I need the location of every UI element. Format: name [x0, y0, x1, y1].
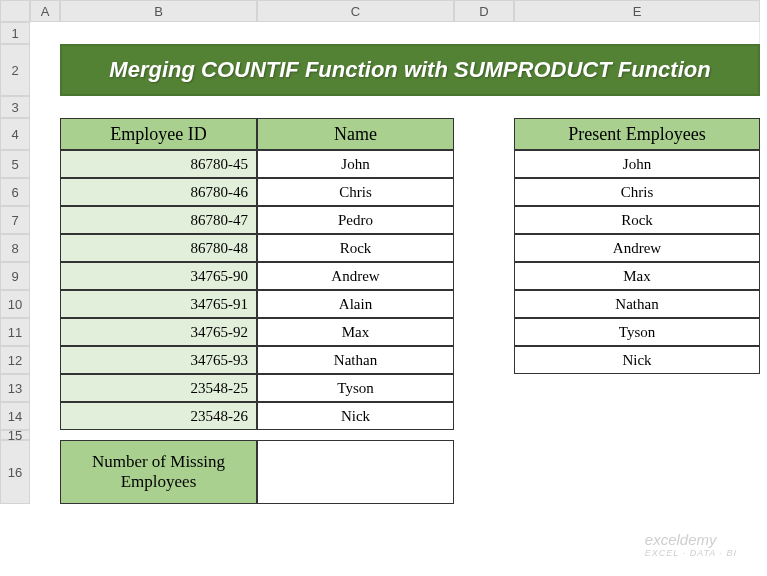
- cell-e14[interactable]: [514, 402, 760, 430]
- cell-employee-name[interactable]: Nathan: [257, 346, 454, 374]
- col-header-d[interactable]: D: [454, 0, 514, 22]
- row-header-10[interactable]: 10: [0, 290, 30, 318]
- row-header-3[interactable]: 3: [0, 96, 30, 118]
- cell-a16[interactable]: [30, 440, 60, 504]
- cell-a4[interactable]: [30, 118, 60, 150]
- cell-employee-id[interactable]: 34765-92: [60, 318, 257, 346]
- cell-employee-name[interactable]: Tyson: [257, 374, 454, 402]
- cell-employee-id[interactable]: 34765-91: [60, 290, 257, 318]
- cell-a12[interactable]: [30, 346, 60, 374]
- cell-a7[interactable]: [30, 206, 60, 234]
- row-header-9[interactable]: 9: [0, 262, 30, 290]
- cell-employee-id[interactable]: 86780-48: [60, 234, 257, 262]
- cell-a2[interactable]: [30, 44, 60, 96]
- row-header-11[interactable]: 11: [0, 318, 30, 346]
- watermark-main: exceldemy: [645, 531, 717, 548]
- cell-present-employee[interactable]: Max: [514, 262, 760, 290]
- cell-a10[interactable]: [30, 290, 60, 318]
- col-header-e[interactable]: E: [514, 0, 760, 22]
- cell-present-employee[interactable]: Tyson: [514, 318, 760, 346]
- cell-employee-id[interactable]: 34765-90: [60, 262, 257, 290]
- cell-a6[interactable]: [30, 178, 60, 206]
- cell-present-employee[interactable]: Andrew: [514, 234, 760, 262]
- row-header-14[interactable]: 14: [0, 402, 30, 430]
- cell-a11[interactable]: [30, 318, 60, 346]
- cell-employee-name[interactable]: Andrew: [257, 262, 454, 290]
- cell-employee-id[interactable]: 86780-46: [60, 178, 257, 206]
- cell-d9[interactable]: [454, 262, 514, 290]
- cell-d12[interactable]: [454, 346, 514, 374]
- cell-e16[interactable]: [514, 440, 760, 504]
- cell-d7[interactable]: [454, 206, 514, 234]
- row-header-5[interactable]: 5: [0, 150, 30, 178]
- cell-employee-name[interactable]: Max: [257, 318, 454, 346]
- row-header-7[interactable]: 7: [0, 206, 30, 234]
- watermark-sub: EXCEL · DATA · BI: [645, 548, 737, 558]
- cell-a9[interactable]: [30, 262, 60, 290]
- col-header-a[interactable]: A: [30, 0, 60, 22]
- cell-d6[interactable]: [454, 178, 514, 206]
- cell-employee-name[interactable]: John: [257, 150, 454, 178]
- cell-d10[interactable]: [454, 290, 514, 318]
- cell-employee-name[interactable]: Pedro: [257, 206, 454, 234]
- cell-e13[interactable]: [514, 374, 760, 402]
- cell-employee-id[interactable]: 86780-45: [60, 150, 257, 178]
- cell-a5[interactable]: [30, 150, 60, 178]
- col-header-b[interactable]: B: [60, 0, 257, 22]
- row-header-16[interactable]: 16: [0, 440, 30, 504]
- page-title: Merging COUNTIF Function with SUMPRODUCT…: [60, 44, 760, 96]
- corner-cell: [0, 0, 30, 22]
- missing-employees-value[interactable]: [257, 440, 454, 504]
- cell-row-3[interactable]: [30, 96, 760, 118]
- row-header-1[interactable]: 1: [0, 22, 30, 44]
- row-header-4[interactable]: 4: [0, 118, 30, 150]
- cell-d14[interactable]: [454, 402, 514, 430]
- row-header-15[interactable]: 15: [0, 430, 30, 440]
- cell-a14[interactable]: [30, 402, 60, 430]
- cell-employee-name[interactable]: Rock: [257, 234, 454, 262]
- cell-employee-name[interactable]: Nick: [257, 402, 454, 430]
- row-header-12[interactable]: 12: [0, 346, 30, 374]
- cell-a8[interactable]: [30, 234, 60, 262]
- cell-employee-name[interactable]: Chris: [257, 178, 454, 206]
- cell-d11[interactable]: [454, 318, 514, 346]
- cell-row-1[interactable]: [30, 22, 760, 44]
- row-header-6[interactable]: 6: [0, 178, 30, 206]
- cell-d4[interactable]: [454, 118, 514, 150]
- cell-employee-id[interactable]: 86780-47: [60, 206, 257, 234]
- cell-present-employee[interactable]: Rock: [514, 206, 760, 234]
- cell-d16[interactable]: [454, 440, 514, 504]
- watermark: exceldemy EXCEL · DATA · BI: [645, 531, 737, 558]
- cell-d5[interactable]: [454, 150, 514, 178]
- cell-employee-id[interactable]: 23548-25: [60, 374, 257, 402]
- cell-present-employee[interactable]: Chris: [514, 178, 760, 206]
- cell-present-employee[interactable]: Nick: [514, 346, 760, 374]
- missing-employees-label: Number of Missing Employees: [60, 440, 257, 504]
- row-header-13[interactable]: 13: [0, 374, 30, 402]
- header-employee-id: Employee ID: [60, 118, 257, 150]
- cell-a13[interactable]: [30, 374, 60, 402]
- col-header-c[interactable]: C: [257, 0, 454, 22]
- row-header-2[interactable]: 2: [0, 44, 30, 96]
- cell-present-employee[interactable]: John: [514, 150, 760, 178]
- cell-d13[interactable]: [454, 374, 514, 402]
- cell-row-15[interactable]: [30, 430, 760, 440]
- header-name: Name: [257, 118, 454, 150]
- cell-employee-name[interactable]: Alain: [257, 290, 454, 318]
- cell-employee-id[interactable]: 23548-26: [60, 402, 257, 430]
- cell-d8[interactable]: [454, 234, 514, 262]
- header-present: Present Employees: [514, 118, 760, 150]
- cell-employee-id[interactable]: 34765-93: [60, 346, 257, 374]
- cell-present-employee[interactable]: Nathan: [514, 290, 760, 318]
- row-header-8[interactable]: 8: [0, 234, 30, 262]
